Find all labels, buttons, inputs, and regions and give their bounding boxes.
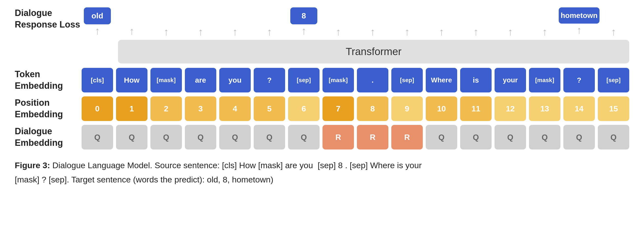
arrow-10: ↑ bbox=[439, 26, 444, 38]
dial-q1: Q bbox=[82, 125, 113, 150]
token-mask2: [mask] bbox=[322, 68, 354, 92]
pos-12: 12 bbox=[494, 96, 526, 121]
arrow-11: ↑ bbox=[474, 26, 478, 38]
dialogue-embedding-tokens: Q Q Q Q Q Q Q R R R Q Q Q Q Q Q bbox=[82, 125, 629, 150]
dial-r1: R bbox=[322, 125, 354, 150]
caption-text: Dialogue Language Model. Source sentence… bbox=[15, 160, 422, 184]
dial-q5: Q bbox=[219, 125, 251, 150]
arrow-7: ↑ bbox=[336, 26, 341, 38]
pos-9: 9 bbox=[391, 96, 423, 121]
arrow-9: ↑ bbox=[404, 26, 410, 38]
token-sep2: [sep] bbox=[391, 68, 423, 92]
arrow-15: ↑ bbox=[611, 26, 616, 38]
pos-1: 1 bbox=[116, 96, 148, 121]
token-your: your bbox=[494, 68, 526, 92]
arrow-8b: ↑ bbox=[370, 26, 375, 38]
token-q1: ? bbox=[254, 68, 285, 92]
pos-10: 10 bbox=[426, 96, 457, 121]
token-embedding-label: TokenEmbedding bbox=[15, 68, 82, 92]
pos-15: 15 bbox=[598, 96, 629, 121]
dialogue-embedding-row: DialogueEmbedding Q Q Q Q Q Q Q R R R Q … bbox=[15, 125, 629, 150]
pos-13: 13 bbox=[529, 96, 560, 121]
token-where: Where bbox=[426, 68, 457, 92]
dial-r2: R bbox=[357, 125, 388, 150]
token-how: How bbox=[116, 68, 148, 92]
dial-q12: Q bbox=[564, 125, 595, 150]
dial-q4: Q bbox=[185, 125, 216, 150]
arrow-hometown: ↑ bbox=[577, 25, 582, 36]
arrow-13: ↑ bbox=[542, 26, 548, 38]
arrow-3: ↑ bbox=[198, 26, 203, 38]
token-is: is bbox=[460, 68, 492, 92]
arrow-old: ↑ bbox=[95, 26, 100, 36]
arrow-1: ↑ bbox=[129, 26, 134, 36]
arrow-8: ↑ bbox=[301, 26, 306, 36]
token-dot: . bbox=[357, 68, 388, 92]
token-you: you bbox=[219, 68, 251, 92]
dial-q9: Q bbox=[460, 125, 492, 150]
token-embedding-row: TokenEmbedding [cls] How [mask] are you … bbox=[15, 68, 629, 92]
caption: Figure 3: Dialogue Language Model. Sourc… bbox=[15, 158, 629, 187]
pos-6: 6 bbox=[288, 96, 320, 121]
dialogue-embedding-label: DialogueEmbedding bbox=[15, 126, 82, 149]
dial-q6: Q bbox=[254, 125, 285, 150]
drl-label: DialogueResponse Loss bbox=[15, 8, 82, 30]
transformer-bar: Transformer bbox=[118, 40, 629, 64]
token-embedding-tokens: [cls] How [mask] are you ? [sep] [mask] … bbox=[82, 68, 629, 92]
dial-q7: Q bbox=[288, 125, 320, 150]
caption-figure-label: Figure 3: bbox=[15, 160, 50, 170]
dial-q8: Q bbox=[426, 125, 457, 150]
pos-0: 0 bbox=[82, 96, 113, 121]
pos-7: 7 bbox=[322, 96, 354, 121]
top-tokens-row: old ↑ ↑ ↑ ↑ ↑ ↑ 8 ↑ ↑ ↑ ↑ ↑ ↑ ↑ ↑ bbox=[82, 8, 629, 38]
pos-8: 8 bbox=[357, 96, 388, 121]
token-are: are bbox=[185, 68, 216, 92]
arrow-2: ↑ bbox=[164, 26, 169, 38]
position-embedding-label: PositionEmbedding bbox=[15, 97, 82, 120]
pos-3: 3 bbox=[185, 96, 216, 121]
pos-4: 4 bbox=[219, 96, 251, 121]
pos-11: 11 bbox=[460, 96, 492, 121]
arrow-12: ↑ bbox=[508, 26, 513, 38]
top-token-hometown: hometown bbox=[559, 8, 600, 24]
token-cls: [cls] bbox=[82, 68, 113, 92]
top-token-8: 8 bbox=[290, 8, 317, 24]
token-q2: ? bbox=[564, 68, 595, 92]
token-sep3: [sep] bbox=[598, 68, 629, 92]
dial-q3: Q bbox=[150, 125, 182, 150]
position-embedding-tokens: 0 1 2 3 4 5 6 7 8 9 10 11 12 13 14 15 bbox=[82, 96, 629, 121]
pos-2: 2 bbox=[150, 96, 182, 121]
token-sep1: [sep] bbox=[288, 68, 320, 92]
arrow-4: ↑ bbox=[232, 26, 238, 38]
token-mask1: [mask] bbox=[150, 68, 182, 92]
position-embedding-row: PositionEmbedding 0 1 2 3 4 5 6 7 8 9 10… bbox=[15, 96, 629, 121]
top-token-old: old bbox=[84, 8, 111, 24]
dial-r3: R bbox=[391, 125, 423, 150]
main-container: DialogueResponse Loss old ↑ ↑ ↑ ↑ ↑ ↑ 8 … bbox=[0, 0, 644, 194]
dial-q10: Q bbox=[494, 125, 526, 150]
pos-5: 5 bbox=[254, 96, 285, 121]
dial-q2: Q bbox=[116, 125, 148, 150]
arrow-5: ↑ bbox=[267, 26, 272, 38]
pos-14: 14 bbox=[564, 96, 595, 121]
dial-q11: Q bbox=[529, 125, 560, 150]
token-mask3: [mask] bbox=[529, 68, 560, 92]
dial-q13: Q bbox=[598, 125, 629, 150]
